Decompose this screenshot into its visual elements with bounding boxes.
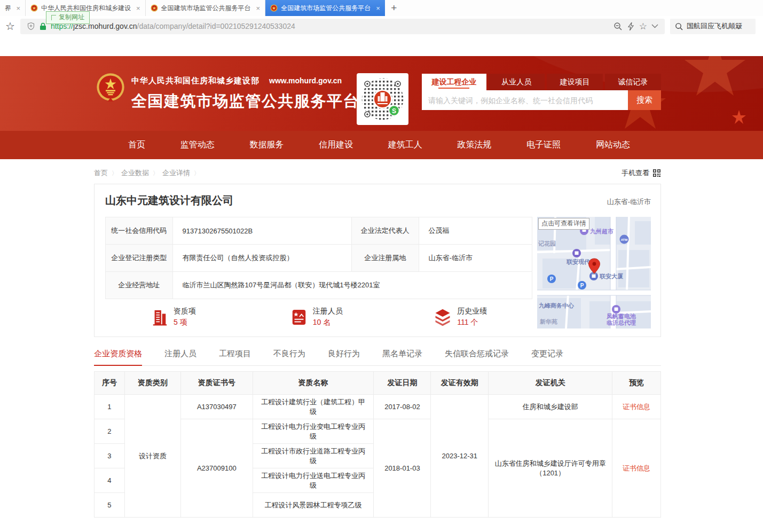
tab-projects[interactable]: 工程项目 — [219, 349, 251, 365]
certificate-info-link[interactable]: 证书信息 — [623, 464, 650, 472]
nav-item-home[interactable]: 首页 — [128, 139, 145, 151]
valid-until: 2023-12-31 — [431, 395, 489, 518]
address-label: 企业经营地址 — [106, 272, 173, 299]
col-authority: 发证机关 — [489, 372, 612, 395]
row-index: 3 — [95, 444, 125, 468]
tab-dishonesty-records[interactable]: 失信联合惩戒记录 — [445, 349, 509, 365]
nav-item-workers[interactable]: 建筑工人 — [388, 139, 422, 151]
row-index: 1 — [95, 395, 125, 419]
company-name: 山东中元建筑设计有限公司 — [105, 193, 233, 208]
zoom-out-icon[interactable] — [613, 22, 623, 31]
address-bar[interactable]: https://jzsc.mohurd.gov.cn/data/company/… — [20, 19, 665, 34]
secure-lock-icon — [40, 22, 46, 30]
browser-tab[interactable]: 全国建筑市场监管公共服务平台 × — [146, 0, 266, 16]
legal-rep-label: 企业法定代表人 — [351, 217, 419, 245]
qualification-name: 工程设计市政行业道路工程专业丙级 — [253, 444, 374, 468]
tab-blacklist[interactable]: 黑名单记录 — [382, 349, 422, 365]
svg-text:P: P — [550, 276, 554, 282]
search-tab-credit[interactable]: 诚信记录 — [605, 74, 661, 90]
tab-close-icon[interactable]: × — [256, 4, 261, 12]
tab-title: 界 — [5, 4, 11, 13]
wechat-qr-code: S — [357, 73, 408, 125]
shield-permission-icon[interactable] — [27, 22, 35, 30]
svg-text:临沂总代理: 临沂总代理 — [607, 319, 636, 326]
new-tab-button[interactable]: + — [385, 0, 403, 16]
table-header-row: 序号 资质类别 资质证书号 资质名称 发证日期 发证有效期 发证机关 预览 — [95, 372, 661, 395]
row-index: 4 — [95, 468, 125, 493]
ministry-site: www.mohurd.gov.cn — [269, 76, 342, 85]
nav-item-policy[interactable]: 政策法规 — [458, 139, 492, 151]
stat-registered-personnel[interactable]: 注册人员10 名 — [250, 307, 389, 327]
tab-change-records[interactable]: 变更记录 — [531, 349, 563, 365]
col-category: 资质类别 — [124, 372, 180, 395]
svg-text:ATM: ATM — [621, 238, 628, 241]
issue-date: 2017-08-02 — [374, 395, 431, 419]
breadcrumb: 首页〉 企业数据〉 企业详情〉 — [94, 168, 200, 178]
col-valid-until: 发证有效期 — [431, 372, 489, 395]
stat-historical-performance[interactable]: 历史业绩111 个 — [389, 307, 532, 327]
mobile-view-button[interactable]: 手机查看 — [622, 168, 661, 178]
nav-item-credit[interactable]: 信用建设 — [319, 139, 353, 151]
qualification-name: 工程设计风景园林工程专项乙级 — [253, 493, 374, 518]
tab-close-icon[interactable]: × — [16, 4, 20, 12]
tab-registered-personnel[interactable]: 注册人员 — [164, 349, 196, 365]
tab-title: 全国建筑市场监管公共服务平台 — [281, 4, 371, 13]
hot-search-box[interactable]: 国航回应飞机颠簸 — [670, 19, 756, 34]
stat-qualifications[interactable]: 资质项5 项 — [105, 307, 250, 327]
search-tab-enterprise[interactable]: 建设工程企业 — [422, 74, 486, 90]
emblem-favicon-icon — [30, 4, 38, 12]
browser-tab[interactable]: 界 × — [0, 0, 26, 16]
nav-item-e-license[interactable]: 电子证照 — [526, 139, 561, 151]
qualification-table: 序号 资质类别 资质证书号 资质名称 发证日期 发证有效期 发证机关 预览 1 … — [94, 371, 661, 518]
qr-code-icon — [652, 169, 661, 177]
svg-text:新华苑: 新华苑 — [539, 318, 557, 325]
svg-text:凤帆蓄电池: 凤帆蓄电池 — [606, 313, 636, 319]
lightning-extension-icon[interactable] — [627, 22, 635, 31]
keyword-search-input[interactable] — [422, 90, 628, 110]
search-icon — [675, 22, 683, 30]
qualification-name: 工程设计建筑行业（建筑工程）甲级 — [253, 395, 374, 419]
tab-good-behavior[interactable]: 良好行为 — [328, 349, 360, 365]
legal-rep-value: 公茂福 — [419, 217, 532, 245]
nav-item-site-news[interactable]: 网站动态 — [596, 139, 630, 151]
reg-region-label: 企业注册属地 — [351, 245, 419, 272]
address-value: 临沂市兰山区陶然路107号星河晶都（联安）现代城1号楼2201室 — [172, 272, 532, 299]
reg-type-label: 企业登记注册类型 — [106, 245, 173, 272]
search-button[interactable]: 搜索 — [628, 90, 661, 110]
qualification-name: 工程设计电力行业变电工程专业丙级 — [253, 419, 374, 444]
map-image: 九州超市 ATM 记花园 联安现代城 联安大厦 P P 九峰商务中心 凤帆蓄电池… — [537, 217, 651, 328]
search-tab-project[interactable]: 建设项目 — [547, 74, 603, 90]
nav-item-supervision[interactable]: 监管动态 — [180, 139, 215, 151]
breadcrumb-company-data[interactable]: 企业数据 — [121, 168, 149, 178]
company-region: 山东省-临沂市 — [607, 197, 651, 207]
tab-qualifications[interactable]: 企业资质资格 — [94, 349, 142, 365]
browser-tab-active[interactable]: 全国建筑市场监管公共服务平台 × — [265, 0, 385, 16]
certificate-info-link[interactable]: 证书信息 — [623, 403, 650, 411]
site-titles: 中华人民共和国住房和城乡建设部www.mohurd.gov.cn 全国建筑市场监… — [131, 76, 359, 112]
browser-tab-bar: 界 × 中华人民共和国住房和城乡建设 × 全国建筑市场监管公共服务平台 × 全国… — [0, 0, 763, 16]
site-masthead: 中华人民共和国住房和城乡建设部www.mohurd.gov.cn 全国建筑市场监… — [0, 56, 763, 131]
platform-title: 全国建筑市场监管公共服务平台 — [131, 91, 359, 112]
issue-date: 2018-01-03 — [374, 419, 431, 518]
tab-close-icon[interactable]: × — [136, 4, 140, 12]
row-index: 5 — [95, 493, 125, 518]
tab-close-icon[interactable]: × — [376, 4, 380, 12]
col-preview: 预览 — [612, 372, 661, 395]
svg-text:S: S — [392, 107, 396, 115]
breadcrumb-home[interactable]: 首页 — [94, 168, 108, 178]
chevron-down-icon[interactable] — [651, 24, 658, 28]
credit-code-value: 91371302675501022B — [172, 217, 351, 245]
tab-bad-behavior[interactable]: 不良行为 — [273, 349, 305, 365]
svg-text:P: P — [580, 283, 584, 288]
breadcrumb-company-detail[interactable]: 企业详情 — [162, 168, 190, 178]
bookmark-star-icon[interactable]: ☆ — [5, 20, 15, 33]
nav-item-data-service[interactable]: 数据服务 — [249, 139, 284, 151]
svg-text:九峰商务中心: 九峰商务中心 — [538, 302, 575, 309]
search-tab-personnel[interactable]: 从业人员 — [489, 74, 545, 90]
detail-tabs: 企业资质资格 注册人员 工程项目 不良行为 良好行为 黑名单记录 失信联合惩戒记… — [94, 349, 661, 366]
copy-url-tooltip: 复制网址 — [46, 11, 90, 24]
row-index: 2 — [95, 419, 125, 444]
location-map[interactable]: 点击可查看详情 — [537, 217, 651, 328]
favorite-star-icon[interactable]: ☆ — [639, 21, 647, 32]
table-row: 1 设计资质 A137030497 工程设计建筑行业（建筑工程）甲级 2017-… — [95, 395, 661, 419]
